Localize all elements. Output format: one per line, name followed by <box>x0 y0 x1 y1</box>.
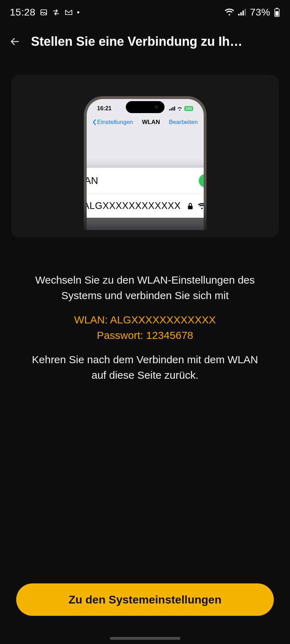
callout-network-row: ✓ ALGXXXXXXXXXXXX i <box>84 194 206 218</box>
device-statusbar: 15:28 73% <box>0 0 290 25</box>
signal-icon <box>238 9 246 16</box>
status-battery-pct: 73% <box>250 7 270 18</box>
svg-rect-2 <box>240 12 242 16</box>
transfer-icon <box>52 9 60 16</box>
mockup-time: 16:21 <box>97 105 112 112</box>
gesture-bar <box>110 637 180 640</box>
wifi-icon <box>198 203 206 209</box>
svg-rect-9 <box>171 108 172 111</box>
svg-rect-6 <box>276 8 278 9</box>
lock-icon <box>187 203 193 210</box>
instruction-line-2: Kehren Sie nach dem Verbinden mit dem WL… <box>25 352 265 383</box>
dot-icon <box>77 11 79 13</box>
page-title: Stellen Sie eine Verbindung zu Ih… <box>31 34 283 49</box>
chevron-left-icon <box>92 119 97 125</box>
svg-rect-4 <box>245 9 246 16</box>
callout-wlan-label: WLAN <box>84 175 98 186</box>
battery-icon <box>274 8 280 17</box>
svg-rect-3 <box>242 11 244 16</box>
mockup-nav-title: WLAN <box>142 119 160 126</box>
illustration-card: 16:21 100 Einstellungen WLAN Bearbeiten <box>11 75 279 237</box>
back-button[interactable] <box>7 34 23 49</box>
wlan-callout: WLAN ✓ ALGXXXXXXXXXXXX i <box>84 168 206 218</box>
wlan-credentials: WLAN: ALGXXXXXXXXXXXX Passwort: 12345678 <box>25 312 265 343</box>
wlan-toggle <box>199 174 206 187</box>
svg-rect-7 <box>276 11 279 16</box>
svg-rect-1 <box>238 14 240 16</box>
wifi-icon <box>224 8 234 16</box>
mockup-nav-back: Einstellungen <box>92 119 133 126</box>
mockup-nav-edit: Bearbeiten <box>169 119 198 126</box>
arrow-left-icon <box>9 36 21 48</box>
wifi-icon <box>177 106 183 111</box>
callout-network-name: ALGXXXXXXXXXXXX <box>84 200 183 211</box>
app-header: Stellen Sie eine Verbindung zu Ih… <box>0 25 290 58</box>
mockup-navbar: Einstellungen WLAN Bearbeiten <box>87 115 204 129</box>
mail-icon <box>64 8 73 16</box>
svg-rect-11 <box>174 106 175 110</box>
open-settings-button[interactable]: Zu den Systemeinstellungen <box>16 583 274 616</box>
signal-icon <box>169 106 175 111</box>
status-time: 15:28 <box>10 7 36 18</box>
phone-mockup: 16:21 100 Einstellungen WLAN Bearbeiten <box>84 96 206 230</box>
image-icon <box>40 8 48 16</box>
svg-rect-8 <box>169 109 170 111</box>
svg-rect-12 <box>188 205 192 209</box>
mockup-battery: 100 <box>184 106 193 111</box>
callout-header-row: WLAN <box>84 168 206 194</box>
instructions-block: Wechseln Sie zu den WLAN-Einstellungen d… <box>11 237 279 383</box>
instruction-line-1: Wechseln Sie zu den WLAN-Einstellungen d… <box>25 272 265 303</box>
phone-notch <box>126 101 165 113</box>
svg-rect-10 <box>173 107 174 110</box>
